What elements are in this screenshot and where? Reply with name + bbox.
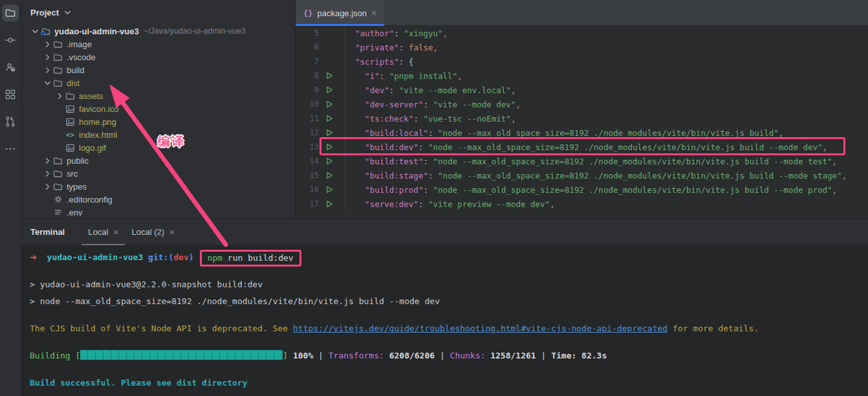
folder-icon [65,91,76,101]
run-script-icon[interactable] [323,115,336,122]
chevron-right-icon[interactable] [42,168,52,179]
chevron-right-icon[interactable] [54,91,65,101]
line-number[interactable]: 5 [296,28,323,38]
editor-tab-strip: {}package.json× [296,0,868,26]
line-number[interactable]: 6 [296,43,323,52]
chevron-right-icon[interactable] [42,39,52,49]
line-number[interactable]: 12 [296,128,323,137]
annotation-box-build-dev-line [320,137,845,155]
line-number[interactable]: 17 [296,199,323,208]
tab-local[interactable]: Local× [81,219,125,245]
tree-item-label: .vscode [67,52,96,62]
editor-body[interactable]: 5 "author": "xingyu",6 "private": false,… [296,26,868,219]
tree-item-public[interactable]: public [21,154,295,167]
terminal-blank-line [30,266,868,276]
terminal-output[interactable]: ➜ yudao-ui-admin-vue3 git:(dev)npm run b… [21,245,868,391]
tree-item-label: index.html [79,130,117,140]
tree-item-assets[interactable]: assets [21,89,295,102]
chevron-right-icon[interactable] [42,155,52,166]
code-text: "private": false, [345,40,438,54]
line-number[interactable]: 8 [296,71,323,80]
project-tool-button[interactable] [2,5,19,21]
terminal-text: Transforms: [329,351,389,360]
terminal-panel: Terminal Local×Local (2)× ➜ yudao-ui-adm… [21,219,868,396]
tree-item-dist[interactable]: dist [21,76,295,89]
close-icon[interactable]: × [113,228,118,237]
tree-item-favicon-ico[interactable]: favicon.ico [21,102,295,115]
image-icon [65,104,76,114]
tree-item-image[interactable]: .image [21,38,295,50]
chevron-down-icon[interactable] [30,26,40,36]
line-number[interactable]: 10 [296,100,323,109]
run-script-icon[interactable] [323,100,336,108]
run-script-icon[interactable] [323,171,336,179]
tree-item-build[interactable]: build [21,63,295,76]
tree-item-vscode[interactable]: .vscode [21,50,295,63]
folder-icon [52,78,63,88]
code-with-me-button[interactable]: ? [2,59,19,76]
terminal-tab-label: Local [88,227,108,237]
terminal-output-line: > yudao-ui-admin-vue3@2.2.0-snapshot bui… [30,276,868,293]
terminal-text: run build:dev [222,253,294,263]
tree-item-root[interactable]: yudao-ui-admin-vue3~/Java/yudao-ui-admin… [21,25,295,38]
terminal-text: | [541,351,552,360]
run-script-icon[interactable] [323,129,336,137]
tree-item-types[interactable]: types [21,180,295,193]
code-line-8: 8 "i": "pnpm install", [296,69,868,83]
tree-item-label: logo.gif [79,143,106,153]
line-number[interactable]: 16 [296,185,323,194]
tab-local-2[interactable]: Local (2)× [125,219,181,245]
tree-item-label: build [67,65,84,75]
ide-window: ? Project yudao-ui-admin-vue3~/Java/yuda… [0,0,868,396]
folder-icon [52,52,63,62]
folder-icon [52,65,63,75]
tree-item-src[interactable]: src [21,167,295,180]
terminal-text: ] [283,351,288,360]
troubleshooting-link[interactable]: https://vitejs.dev/guide/troubleshooting… [293,324,667,333]
commit-tool-button[interactable] [2,32,19,49]
annotation-box-terminal-command: npm run build:dev [200,250,301,267]
lines-icon [52,207,63,217]
chevron-down-icon[interactable] [42,78,52,88]
line-number[interactable]: 9 [296,85,323,94]
pull-requests-button[interactable] [2,113,19,130]
project-panel-header[interactable]: Project [21,0,295,25]
cwm-icon: ? [4,61,17,74]
chevron-right-icon[interactable] [42,65,52,75]
line-number[interactable]: 15 [296,171,323,180]
code-line-15: 15 "build:stage": "node --max_old_space_… [296,168,868,182]
tab-package-json[interactable]: {}package.json× [296,0,384,26]
chevron-spacer [54,129,65,140]
terminal-text: dev [173,252,188,262]
line-number[interactable]: 7 [296,57,323,66]
run-script-icon[interactable] [323,157,336,165]
line-number[interactable]: 13 [296,142,323,151]
chevron-right-icon[interactable] [42,181,52,192]
tree-item-home-png[interactable]: home.png [21,115,295,128]
terminal-blank-line [30,364,868,375]
terminal-text: yudao-ui-admin-vue3 [47,252,144,262]
line-number[interactable]: 11 [296,114,323,123]
terminal-text: Building [ [30,351,80,360]
chevron-down-icon[interactable] [63,8,72,17]
more-icon [4,142,17,155]
tree-item-label: public [67,156,89,166]
tree-item-env[interactable]: .env [21,206,295,219]
line-number[interactable]: 14 [296,157,323,166]
terminal-text: ) [189,252,194,262]
folder-icon [52,168,63,179]
structure-tool-button[interactable] [2,86,19,103]
close-icon[interactable]: × [169,228,175,237]
terminal-title: Terminal [30,227,65,237]
chevron-spacer [42,207,52,217]
run-script-icon[interactable] [323,72,336,80]
tree-item-editorconfig[interactable]: .editorconfig [21,193,295,206]
close-icon[interactable]: × [371,8,376,17]
run-script-icon[interactable] [323,200,336,208]
terminal-text: for more details. [667,324,759,333]
terminal-blank-line [30,310,868,320]
run-script-icon[interactable] [323,86,336,94]
chevron-right-icon[interactable] [42,52,52,62]
run-script-icon[interactable] [323,186,336,193]
more-tool-windows-button[interactable] [2,140,19,157]
